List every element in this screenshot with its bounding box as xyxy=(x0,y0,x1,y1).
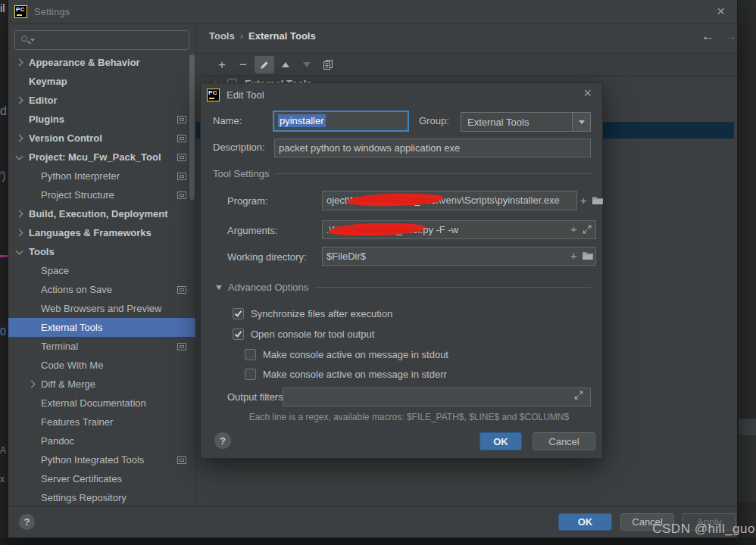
redaction-mark: Mcu_Fw_Pack_Tool xyxy=(350,195,438,206)
chevron-right-icon[interactable] xyxy=(16,97,23,104)
sidebar-item-settings-repository[interactable]: Settings Repository xyxy=(8,488,195,506)
copy-tool-button[interactable] xyxy=(318,56,338,73)
checkbox-unchecked-icon[interactable] xyxy=(245,349,256,360)
sidebar-item-label: Server Certificates xyxy=(41,473,122,484)
expand-icon[interactable] xyxy=(573,390,584,400)
add-tool-button[interactable]: + xyxy=(212,56,232,73)
dialog-close-icon[interactable]: × xyxy=(583,86,592,101)
name-input[interactable]: pyinstaller xyxy=(273,111,409,132)
program-input[interactable]: oject\Mcu_Fw_Pack_Tool\venv\Scripts\pyin… xyxy=(322,191,577,210)
dialog-ok-button[interactable]: OK xyxy=(480,432,522,450)
window-icon xyxy=(177,173,186,180)
sidebar-item-diff-merge[interactable]: Diff & Merge xyxy=(8,375,195,394)
forward-icon[interactable]: → xyxy=(724,29,737,44)
chevron-right-icon[interactable] xyxy=(16,59,23,67)
output-filters-label: Output filters: xyxy=(227,388,286,407)
window-icon xyxy=(177,286,186,294)
sidebar-item-features-trainer[interactable]: Features Trainer xyxy=(8,413,195,431)
edit-tool-button[interactable] xyxy=(255,56,274,73)
arguments-suffix: .py -F -w xyxy=(420,224,459,235)
remove-tool-button[interactable]: − xyxy=(233,56,253,73)
question-icon: ? xyxy=(24,516,30,528)
help-button[interactable]: ? xyxy=(19,514,35,530)
insert-macro-icon[interactable]: + xyxy=(570,223,577,236)
sidebar-item-web-browsers-and-preview[interactable]: Web Browsers and Preview xyxy=(8,299,195,318)
insert-macro-icon[interactable]: + xyxy=(570,249,577,263)
expand-icon[interactable] xyxy=(582,224,592,235)
checkbox-label: Open console for tool output xyxy=(251,329,374,340)
chevron-right-icon[interactable] xyxy=(16,210,23,218)
move-up-button[interactable] xyxy=(276,56,295,73)
sidebar-item-terminal[interactable]: Terminal xyxy=(8,337,195,356)
back-icon[interactable]: ← xyxy=(701,29,714,44)
sidebar-item-python-interpreter[interactable]: Python Interpreter xyxy=(8,167,195,185)
checkbox-checked-icon[interactable] xyxy=(233,329,244,340)
output-filters-input[interactable] xyxy=(283,388,591,406)
sidebar-item-label: Web Browsers and Preview xyxy=(41,303,161,314)
section-divider xyxy=(275,173,591,174)
breadcrumb-tools[interactable]: Tools xyxy=(209,30,235,42)
move-down-button[interactable] xyxy=(297,56,317,73)
sidebar-item-external-documentation[interactable]: External Documentation xyxy=(8,394,195,413)
sidebar-item-editor[interactable]: Editor xyxy=(8,91,195,110)
close-icon[interactable]: × xyxy=(717,3,725,20)
sidebar-item-python-integrated-tools[interactable]: Python Integrated Tools xyxy=(8,450,195,469)
pycharm-icon: PC xyxy=(207,89,220,101)
sidebar-item-label: Python Interpreter xyxy=(41,170,120,182)
sidebar-item-code-with-me[interactable]: Code With Me xyxy=(8,356,195,375)
chevron-right-icon[interactable] xyxy=(16,135,23,142)
search-input[interactable] xyxy=(14,30,189,50)
sidebar-item-server-certificates[interactable]: Server Certificates xyxy=(8,469,195,488)
sidebar-tree: Appearance & BehaviorKeymapEditorPlugins… xyxy=(8,53,195,506)
checkbox-synchronize-files-after-execution[interactable]: Synchronize files after execution xyxy=(233,306,392,321)
checkbox-unchecked-icon[interactable] xyxy=(245,369,256,380)
arguments-label: Arguments: xyxy=(227,221,277,241)
sidebar-item-label: Editor xyxy=(29,95,58,106)
dialog-cancel-button[interactable]: Cancel xyxy=(533,432,595,450)
sidebar-item-project-mcu-fw-pack-tool[interactable]: Project: Mcu_Fw_Pack_Tool xyxy=(8,148,195,167)
sidebar-item-build-execution-deployment[interactable]: Build, Execution, Deployment xyxy=(8,204,195,223)
sidebar-item-plugins[interactable]: Plugins xyxy=(8,110,195,129)
pycharm-icon: PC xyxy=(14,5,27,18)
insert-macro-icon[interactable]: + xyxy=(580,194,587,207)
toolbar: + − xyxy=(195,53,737,76)
sidebar-item-tools[interactable]: Tools xyxy=(8,242,195,261)
group-select[interactable]: External Tools xyxy=(461,112,591,132)
group-dropdown-button[interactable] xyxy=(572,113,590,131)
sidebar-item-label: Settings Repository xyxy=(41,492,127,503)
ok-button[interactable]: OK xyxy=(558,513,612,531)
sidebar-scrollbar[interactable] xyxy=(189,54,195,200)
sidebar-item-appearance-behavior[interactable]: Appearance & Behavior xyxy=(8,53,195,72)
sidebar-item-project-structure[interactable]: Project Structure xyxy=(8,185,195,204)
folder-icon[interactable] xyxy=(592,195,604,206)
sidebar-item-languages-frameworks[interactable]: Languages & Frameworks xyxy=(8,223,195,242)
chevron-right-icon[interactable] xyxy=(16,229,23,237)
background-left-strip: ild')0Ax xyxy=(0,0,8,545)
advanced-options-toggle[interactable]: Advanced Options xyxy=(216,282,591,293)
sidebar-item-actions-on-save[interactable]: Actions on Save xyxy=(8,280,195,299)
chevron-right-icon[interactable] xyxy=(28,381,36,388)
description-input[interactable]: packet python to windows application exe xyxy=(274,139,591,157)
folder-icon[interactable] xyxy=(582,251,595,261)
chevron-down-icon[interactable] xyxy=(16,152,23,160)
sidebar-item-external-tools[interactable]: External Tools xyxy=(8,318,195,337)
sidebar-item-label: Diff & Merge xyxy=(41,378,95,390)
checkbox-open-console-for-tool-output[interactable]: Open console for tool output xyxy=(233,326,374,341)
working-directory-input[interactable]: $FileDir$ xyxy=(322,247,596,266)
checkbox-make-console-active-on-message-in-stderr[interactable]: Make console active on message in stderr xyxy=(245,366,447,382)
arrow-up-icon xyxy=(282,62,289,67)
arguments-input[interactable]: .\Mcu_Fw_Pack_Tool.py -F -w xyxy=(322,220,596,239)
background-bottom-strip xyxy=(0,537,756,545)
chevron-down-icon[interactable] xyxy=(16,247,23,254)
checkbox-checked-icon[interactable] xyxy=(233,308,244,319)
sidebar-item-version-control[interactable]: Version Control xyxy=(8,129,195,148)
dialog-title: Edit Tool xyxy=(226,89,264,101)
sidebar-item-pandoc[interactable]: Pandoc xyxy=(8,431,195,450)
checkbox-make-console-active-on-message-in-stdout[interactable]: Make console active on message in stdout xyxy=(245,347,448,362)
tool-settings-section: Tool Settings xyxy=(213,168,591,179)
dialog-titlebar: PC Edit Tool × xyxy=(201,83,602,106)
sidebar-item-label: Project Structure xyxy=(41,189,114,201)
dialog-help-button[interactable]: ? xyxy=(214,432,231,449)
sidebar-item-keymap[interactable]: Keymap xyxy=(8,72,195,91)
sidebar-item-space[interactable]: Space xyxy=(8,261,195,280)
